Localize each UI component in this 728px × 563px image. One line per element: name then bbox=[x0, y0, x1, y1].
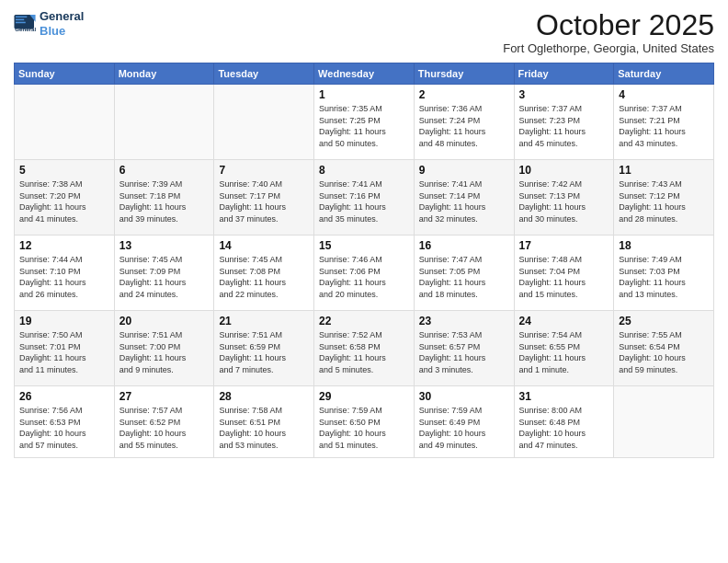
day-info: Sunrise: 7:58 AM Sunset: 6:51 PM Dayligh… bbox=[219, 405, 309, 451]
day-info: Sunrise: 7:43 AM Sunset: 7:12 PM Dayligh… bbox=[619, 178, 709, 224]
day-info: Sunrise: 7:37 AM Sunset: 7:21 PM Dayligh… bbox=[619, 103, 709, 149]
day-info: Sunrise: 7:57 AM Sunset: 6:52 PM Dayligh… bbox=[119, 405, 210, 451]
table-row: 2Sunrise: 7:36 AM Sunset: 7:24 PM Daylig… bbox=[414, 85, 514, 160]
day-info: Sunrise: 7:51 AM Sunset: 6:59 PM Dayligh… bbox=[219, 329, 309, 375]
table-row: 10Sunrise: 7:42 AM Sunset: 7:13 PM Dayli… bbox=[514, 160, 614, 236]
day-info: Sunrise: 7:50 AM Sunset: 7:01 PM Dayligh… bbox=[19, 329, 109, 375]
day-number: 3 bbox=[519, 88, 609, 101]
logo-text-blue: Blue bbox=[40, 24, 84, 39]
day-number: 5 bbox=[19, 164, 109, 177]
table-row: 24Sunrise: 7:54 AM Sunset: 6:55 PM Dayli… bbox=[514, 311, 614, 386]
table-row: 17Sunrise: 7:48 AM Sunset: 7:04 PM Dayli… bbox=[514, 236, 614, 311]
day-number: 22 bbox=[319, 315, 409, 327]
day-info: Sunrise: 7:35 AM Sunset: 7:25 PM Dayligh… bbox=[319, 103, 409, 149]
table-row: 8Sunrise: 7:41 AM Sunset: 7:16 PM Daylig… bbox=[314, 160, 415, 236]
day-info: Sunrise: 7:44 AM Sunset: 7:10 PM Dayligh… bbox=[19, 254, 109, 300]
title-block: October 2025 Fort Oglethorpe, Georgia, U… bbox=[503, 9, 714, 55]
day-info: Sunrise: 7:47 AM Sunset: 7:05 PM Dayligh… bbox=[419, 254, 509, 300]
table-row: 30Sunrise: 7:59 AM Sunset: 6:49 PM Dayli… bbox=[414, 386, 514, 458]
day-info: Sunrise: 7:59 AM Sunset: 6:49 PM Dayligh… bbox=[419, 405, 509, 451]
day-info: Sunrise: 7:40 AM Sunset: 7:17 PM Dayligh… bbox=[219, 178, 309, 224]
day-number: 7 bbox=[219, 164, 309, 177]
table-row: 26Sunrise: 7:56 AM Sunset: 6:53 PM Dayli… bbox=[15, 386, 115, 458]
logo: General Blue General Blue bbox=[14, 9, 84, 38]
table-row: 13Sunrise: 7:45 AM Sunset: 7:09 PM Dayli… bbox=[114, 236, 214, 311]
location: Fort Oglethorpe, Georgia, United States bbox=[503, 41, 714, 55]
calendar-header-row: Sunday Monday Tuesday Wednesday Thursday… bbox=[15, 63, 714, 85]
table-row bbox=[15, 85, 115, 160]
table-row: 25Sunrise: 7:55 AM Sunset: 6:54 PM Dayli… bbox=[614, 311, 714, 386]
day-info: Sunrise: 7:45 AM Sunset: 7:08 PM Dayligh… bbox=[219, 254, 309, 300]
day-info: Sunrise: 7:48 AM Sunset: 7:04 PM Dayligh… bbox=[519, 254, 609, 300]
page-header: General Blue General Blue October 2025 F… bbox=[14, 9, 714, 55]
day-number: 23 bbox=[419, 315, 509, 327]
day-number: 1 bbox=[319, 88, 409, 101]
day-number: 31 bbox=[519, 390, 609, 403]
day-number: 14 bbox=[219, 239, 309, 252]
day-info: Sunrise: 7:56 AM Sunset: 6:53 PM Dayligh… bbox=[19, 405, 109, 451]
table-row: 27Sunrise: 7:57 AM Sunset: 6:52 PM Dayli… bbox=[114, 386, 214, 458]
day-info: Sunrise: 7:37 AM Sunset: 7:23 PM Dayligh… bbox=[519, 103, 609, 149]
table-row: 6Sunrise: 7:39 AM Sunset: 7:18 PM Daylig… bbox=[114, 160, 214, 236]
table-row: 7Sunrise: 7:40 AM Sunset: 7:17 PM Daylig… bbox=[214, 160, 314, 236]
day-number: 24 bbox=[519, 315, 609, 327]
table-row: 16Sunrise: 7:47 AM Sunset: 7:05 PM Dayli… bbox=[414, 236, 514, 311]
table-row: 14Sunrise: 7:45 AM Sunset: 7:08 PM Dayli… bbox=[214, 236, 314, 311]
day-number: 9 bbox=[419, 164, 509, 177]
table-row: 3Sunrise: 7:37 AM Sunset: 7:23 PM Daylig… bbox=[514, 85, 614, 160]
table-row: 5Sunrise: 7:38 AM Sunset: 7:20 PM Daylig… bbox=[15, 160, 115, 236]
day-number: 12 bbox=[19, 239, 109, 252]
table-row: 18Sunrise: 7:49 AM Sunset: 7:03 PM Dayli… bbox=[614, 236, 714, 311]
day-number: 28 bbox=[219, 390, 309, 403]
header-thursday: Thursday bbox=[414, 63, 514, 85]
table-row: 11Sunrise: 7:43 AM Sunset: 7:12 PM Dayli… bbox=[614, 160, 714, 236]
table-row: 19Sunrise: 7:50 AM Sunset: 7:01 PM Dayli… bbox=[15, 311, 115, 386]
day-info: Sunrise: 7:53 AM Sunset: 6:57 PM Dayligh… bbox=[419, 329, 509, 375]
day-info: Sunrise: 7:42 AM Sunset: 7:13 PM Dayligh… bbox=[519, 178, 609, 224]
day-info: Sunrise: 7:55 AM Sunset: 6:54 PM Dayligh… bbox=[619, 329, 709, 375]
calendar-table: Sunday Monday Tuesday Wednesday Thursday… bbox=[14, 63, 714, 458]
day-number: 6 bbox=[119, 164, 210, 177]
day-info: Sunrise: 7:41 AM Sunset: 7:16 PM Dayligh… bbox=[319, 178, 409, 224]
day-number: 26 bbox=[19, 390, 109, 403]
table-row bbox=[614, 386, 714, 458]
day-info: Sunrise: 7:36 AM Sunset: 7:24 PM Dayligh… bbox=[419, 103, 509, 149]
day-info: Sunrise: 7:52 AM Sunset: 6:58 PM Dayligh… bbox=[319, 329, 409, 375]
table-row: 9Sunrise: 7:41 AM Sunset: 7:14 PM Daylig… bbox=[414, 160, 514, 236]
svg-rect-4 bbox=[16, 21, 26, 23]
day-number: 13 bbox=[119, 239, 210, 252]
day-info: Sunrise: 7:51 AM Sunset: 7:00 PM Dayligh… bbox=[119, 329, 210, 375]
page-container: General Blue General Blue October 2025 F… bbox=[0, 0, 728, 563]
table-row: 31Sunrise: 8:00 AM Sunset: 6:48 PM Dayli… bbox=[514, 386, 614, 458]
svg-rect-3 bbox=[16, 18, 24, 20]
day-number: 16 bbox=[419, 239, 509, 252]
day-number: 19 bbox=[19, 315, 109, 327]
day-number: 29 bbox=[319, 390, 409, 403]
logo-text-general: General bbox=[40, 9, 84, 24]
day-info: Sunrise: 7:41 AM Sunset: 7:14 PM Dayligh… bbox=[419, 178, 509, 224]
svg-rect-2 bbox=[16, 16, 27, 17]
table-row bbox=[214, 85, 314, 160]
header-sunday: Sunday bbox=[15, 63, 115, 85]
logo-icon: General Blue bbox=[14, 15, 36, 33]
table-row: 29Sunrise: 7:59 AM Sunset: 6:50 PM Dayli… bbox=[314, 386, 415, 458]
table-row bbox=[114, 85, 214, 160]
day-info: Sunrise: 7:49 AM Sunset: 7:03 PM Dayligh… bbox=[619, 254, 709, 300]
header-tuesday: Tuesday bbox=[214, 63, 314, 85]
table-row: 28Sunrise: 7:58 AM Sunset: 6:51 PM Dayli… bbox=[214, 386, 314, 458]
month-title: October 2025 bbox=[503, 9, 714, 41]
day-info: Sunrise: 7:54 AM Sunset: 6:55 PM Dayligh… bbox=[519, 329, 609, 375]
day-info: Sunrise: 7:39 AM Sunset: 7:18 PM Dayligh… bbox=[119, 178, 210, 224]
day-number: 25 bbox=[619, 315, 709, 327]
day-number: 15 bbox=[319, 239, 409, 252]
day-info: Sunrise: 7:38 AM Sunset: 7:20 PM Dayligh… bbox=[19, 178, 109, 224]
svg-text:Blue: Blue bbox=[15, 31, 28, 32]
day-number: 20 bbox=[119, 315, 210, 327]
day-number: 30 bbox=[419, 390, 509, 403]
day-info: Sunrise: 7:45 AM Sunset: 7:09 PM Dayligh… bbox=[119, 254, 210, 300]
table-row: 1Sunrise: 7:35 AM Sunset: 7:25 PM Daylig… bbox=[314, 85, 415, 160]
day-info: Sunrise: 7:59 AM Sunset: 6:50 PM Dayligh… bbox=[319, 405, 409, 451]
day-number: 21 bbox=[219, 315, 309, 327]
table-row: 20Sunrise: 7:51 AM Sunset: 7:00 PM Dayli… bbox=[114, 311, 214, 386]
day-number: 17 bbox=[519, 239, 609, 252]
